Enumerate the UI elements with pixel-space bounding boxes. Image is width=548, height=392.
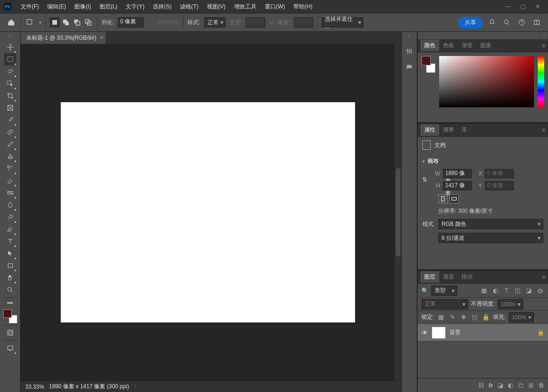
clone-stamp-tool[interactable] [4, 150, 16, 162]
bit-depth-select[interactable]: 8 位/通道 [438, 233, 543, 243]
new-layer-icon[interactable]: ⊞ [528, 382, 534, 389]
filter-pixel-icon[interactable]: ▦ [480, 287, 488, 295]
layer-thumbnail[interactable] [432, 327, 446, 339]
selection-intersect-icon[interactable] [83, 17, 93, 28]
menu-select[interactable]: 选择(S) [149, 1, 175, 13]
menu-help[interactable]: 帮助(H) [290, 1, 316, 13]
canvas-section[interactable]: ▾画布 [422, 157, 543, 165]
document-tab[interactable]: 未标题-1 @ 33.3%(RGB/8#) × [21, 32, 106, 44]
orientation-landscape-icon[interactable] [449, 194, 459, 203]
close-tab-icon[interactable]: × [100, 35, 103, 41]
frame-tool[interactable] [4, 102, 16, 114]
zoom-tool[interactable] [4, 284, 16, 296]
close-button[interactable]: ✕ [531, 2, 544, 11]
move-tool[interactable] [4, 41, 16, 53]
notifications-icon[interactable] [486, 17, 498, 28]
menu-file[interactable]: 文件(F) [17, 1, 43, 13]
orientation-portrait-icon[interactable] [438, 194, 448, 203]
eyedropper-tool[interactable] [4, 114, 16, 126]
layer-list[interactable]: 👁 背景 🔒 [418, 324, 548, 378]
path-select-tool[interactable] [4, 247, 16, 259]
adjustments-panel-icon[interactable] [404, 46, 415, 57]
menu-type[interactable]: 文字(Y) [122, 1, 148, 13]
screenmode-icon[interactable] [4, 342, 16, 354]
color-field[interactable] [439, 56, 534, 107]
link-layers-icon[interactable]: ⛓ [478, 382, 484, 389]
style-select[interactable]: 正常 [204, 17, 226, 28]
canvas-viewport[interactable] [21, 44, 395, 381]
lock-artboard-icon[interactable]: ◫ [470, 313, 479, 322]
panel-menu-icon[interactable]: ≡ [542, 127, 545, 133]
tab-color[interactable]: 颜色 [420, 40, 439, 51]
zoom-level[interactable]: 33.33% [25, 384, 44, 390]
brush-tool[interactable] [4, 138, 16, 150]
layer-lock-icon[interactable]: 🔒 [537, 329, 544, 336]
tab-swatches[interactable]: 色板 [439, 40, 458, 51]
delete-layer-icon[interactable]: 🗑 [538, 382, 544, 389]
tab-properties[interactable]: 属性 [420, 124, 439, 136]
selection-add-icon[interactable] [61, 17, 71, 28]
home-icon[interactable] [6, 17, 17, 28]
adjustment-layer-icon[interactable]: ◐ [508, 382, 513, 389]
menu-edit[interactable]: 编辑(E) [43, 1, 70, 13]
layer-name[interactable]: 背景 [449, 329, 461, 336]
tab-channels[interactable]: 通道 [439, 271, 458, 283]
search-icon[interactable] [501, 17, 512, 28]
tab-paths[interactable]: 路径 [458, 271, 477, 283]
layer-mask-icon[interactable]: ◪ [498, 382, 503, 389]
status-chevron-icon[interactable]: 〉 [134, 383, 139, 391]
tab-layers[interactable]: 图层 [420, 271, 439, 283]
layer-fx-icon[interactable]: fx [489, 382, 493, 389]
scrollbar-thumb[interactable] [396, 168, 400, 257]
menu-view[interactable]: 视图(V) [203, 1, 229, 13]
dodge-tool[interactable] [4, 211, 16, 223]
collapsed-expand[interactable]: « [402, 34, 417, 41]
color-swatches[interactable] [3, 309, 17, 323]
select-and-mask-button[interactable]: 选择并遮住 ... [321, 17, 363, 28]
type-tool[interactable] [4, 235, 16, 247]
canvas[interactable] [61, 102, 355, 322]
feather-input[interactable]: 0 像素 [118, 17, 144, 28]
hue-slider[interactable] [538, 56, 544, 107]
menu-filter[interactable]: 滤镜(T) [176, 1, 202, 13]
history-brush-tool[interactable] [4, 162, 16, 175]
tab-patterns[interactable]: 图案 [477, 40, 495, 51]
tab-libraries[interactable]: 库 [458, 124, 471, 136]
tab-adjustments[interactable]: 调整 [439, 124, 458, 136]
pen-tool[interactable] [4, 223, 16, 235]
blur-tool[interactable] [4, 199, 16, 211]
lock-position-icon[interactable]: ✥ [459, 313, 468, 322]
comments-panel-icon[interactable] [404, 62, 415, 73]
filter-toggle-icon[interactable]: ⏻ [536, 287, 544, 295]
panels-collapse[interactable]: » [418, 32, 548, 39]
menu-plugins[interactable]: 增效工具 [230, 1, 260, 13]
menu-layer[interactable]: 图层(L) [96, 1, 121, 13]
link-wh-icon[interactable]: ⇅ [422, 176, 430, 183]
layer-row[interactable]: 👁 背景 🔒 [418, 324, 548, 342]
menu-window[interactable]: 窗口(W) [261, 1, 289, 13]
crop-tool[interactable] [4, 90, 16, 102]
marquee-tool[interactable] [4, 53, 16, 65]
document-dimensions[interactable]: 1890 像素 x 1417 像素 (300 ppi) [49, 383, 129, 391]
share-button[interactable]: 共享 [458, 17, 483, 28]
edit-toolbar-icon[interactable]: ••• [4, 299, 16, 308]
selection-subtract-icon[interactable] [72, 17, 82, 28]
lasso-tool[interactable] [4, 65, 16, 77]
panel-menu-icon[interactable]: ≡ [542, 274, 545, 280]
foreground-swatch[interactable] [3, 309, 12, 318]
help-icon[interactable] [516, 17, 527, 28]
panel-menu-icon[interactable]: ≡ [542, 42, 545, 49]
selection-new-icon[interactable] [50, 17, 60, 28]
width-field[interactable]: 1890 像素 [443, 169, 472, 178]
tool-preset-icon[interactable] [25, 17, 35, 28]
maximize-button[interactable]: ▢ [516, 2, 529, 11]
vertical-scrollbar[interactable] [395, 44, 401, 381]
gradient-tool[interactable] [4, 187, 16, 199]
filter-smart-icon[interactable]: ◪ [525, 287, 533, 295]
lock-transparent-icon[interactable]: ▦ [437, 313, 445, 322]
height-field[interactable]: 1417 像素 [443, 181, 472, 190]
filter-type-icon[interactable]: T [502, 287, 511, 295]
healing-tool[interactable] [4, 126, 16, 138]
hand-tool[interactable] [4, 272, 16, 284]
filter-search-icon[interactable]: 🔍 [421, 287, 428, 294]
